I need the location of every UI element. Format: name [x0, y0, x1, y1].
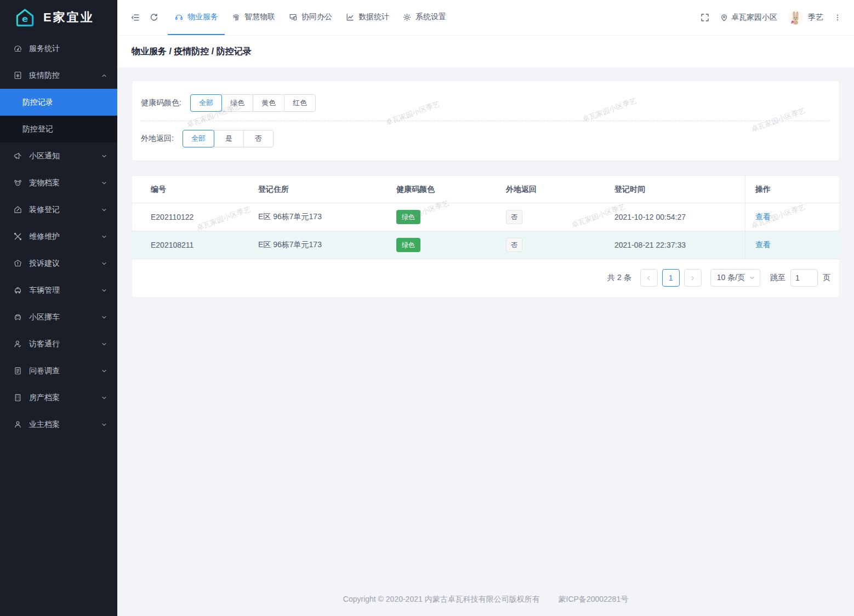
record-address: E区 96栋7单元173 — [248, 203, 386, 231]
filter-health-green-button[interactable]: 绿色 — [221, 94, 253, 112]
logo-text: E家宜业 — [43, 9, 94, 26]
megaphone-icon — [13, 151, 22, 161]
headset-icon — [174, 13, 184, 22]
view-link[interactable]: 查看 — [755, 240, 771, 250]
chevron-down-icon — [101, 421, 107, 428]
chevron-down-icon — [101, 180, 107, 186]
submenu-item-label: 防控登记 — [22, 124, 53, 134]
filter-outside-yes-button[interactable]: 是 — [214, 130, 244, 147]
page-size-select[interactable]: 10 条/页 — [710, 269, 760, 287]
filter-outside-no-button[interactable]: 否 — [243, 130, 274, 147]
filter-label: 健康码颜色: — [141, 98, 181, 108]
more-menu-icon[interactable] — [829, 13, 846, 22]
app-logo[interactable]: e E家宜业 — [0, 0, 117, 35]
sidebar-item-prevention-register[interactable]: 防控登记 — [0, 116, 117, 142]
sidebar-item-owner-archive[interactable]: 业主档案 — [0, 411, 117, 438]
community-name: 卓瓦家园小区 — [731, 13, 777, 22]
jump-suffix: 页 — [823, 273, 830, 283]
topbar-right: 卓瓦家园小区 — [696, 0, 846, 35]
sidebar-item-label: 宠物档案 — [29, 178, 101, 188]
tab-label: 数据统计 — [358, 12, 389, 22]
chevron-down-icon — [101, 207, 107, 213]
chart-icon — [345, 13, 355, 22]
fullscreen-icon[interactable] — [696, 13, 714, 22]
filters-card: 健康码颜色: 全部 绿色 黄色 红色 外地返回: 全部 是 否 — [132, 81, 840, 161]
table-header-row: 编号 登记住所 健康码颜色 外地返回 登记时间 操作 — [132, 176, 839, 203]
col-header-id: 编号 — [141, 176, 248, 203]
filter-health-red-button[interactable]: 红色 — [284, 94, 316, 112]
tab-data-stats[interactable]: 数据统计 — [339, 0, 396, 35]
sidebar-item-pet-archive[interactable]: 宠物档案 — [0, 169, 117, 196]
page-footer: Copyright © 2020-2021 内蒙古卓瓦科技有限公司版权所有 蒙I… — [132, 586, 840, 616]
next-page-button[interactable] — [684, 269, 702, 287]
sidebar-item-epidemic[interactable]: 疫情防控 — [0, 62, 117, 89]
filter-row-outside-return: 外地返回: 全部 是 否 — [141, 130, 830, 147]
chevron-up-icon — [101, 72, 107, 79]
filter-health-all-button[interactable]: 全部 — [190, 94, 222, 112]
dashboard-icon — [13, 44, 22, 53]
filter-label: 外地返回: — [141, 134, 174, 144]
sidebar-item-complaints[interactable]: 投诉建议 — [0, 250, 117, 277]
breadcrumb-bar: 物业服务 / 疫情防控 / 防控记录 — [117, 36, 854, 67]
virus-doc-icon — [13, 71, 22, 80]
sidebar-item-label: 问卷调查 — [29, 366, 101, 376]
filter-health-yellow-button[interactable]: 黄色 — [253, 94, 284, 112]
menu-fold-icon[interactable] — [126, 0, 145, 35]
sidebar-item-renovation[interactable]: 装修登记 — [0, 196, 117, 223]
survey-icon — [13, 366, 22, 375]
filter-row-health-code: 健康码颜色: 全部 绿色 黄色 红色 — [141, 94, 830, 112]
top-tabs: 物业服务 智慧物联 协同办公 — [168, 0, 453, 35]
sidebar-item-move-car[interactable]: 小区挪车 — [0, 304, 117, 330]
app-root: e E家宜业 服务统计 疫情防控 — [0, 0, 854, 616]
sidebar-item-maintenance[interactable]: 维修维护 — [0, 223, 117, 250]
pagination: 共 2 条 1 10 条/页 跳至 — [132, 259, 839, 297]
records-table-card: 编号 登记住所 健康码颜色 外地返回 登记时间 操作 E202110122 E区… — [132, 175, 840, 298]
col-header-action: 操作 — [745, 176, 839, 203]
page-number-button[interactable]: 1 — [662, 269, 680, 287]
tab-system-settings[interactable]: 系统设置 — [396, 0, 453, 35]
view-link[interactable]: 查看 — [755, 212, 771, 222]
outside-return-filter-group: 全部 是 否 — [183, 130, 274, 147]
sidebar-item-label: 车辆管理 — [29, 286, 101, 295]
location-pin-icon — [720, 13, 728, 22]
jump-page-input[interactable] — [790, 269, 818, 287]
col-header-outside: 外地返回 — [496, 176, 605, 203]
sidebar-item-label: 装修登记 — [29, 205, 101, 215]
sidebar-item-prevention-records[interactable]: 防控记录 — [0, 89, 117, 116]
sidebar-item-label: 小区挪车 — [29, 312, 101, 322]
community-selector[interactable]: 卓瓦家园小区 — [714, 13, 783, 22]
sidebar-item-label: 房产档案 — [29, 393, 101, 403]
move-car-icon — [13, 312, 22, 322]
copyright-text: Copyright © 2020-2021 内蒙古卓瓦科技有限公司版权所有 — [343, 595, 540, 603]
user-menu[interactable]: 季艺 — [783, 10, 829, 25]
filter-outside-all-button[interactable]: 全部 — [183, 130, 214, 147]
sidebar-item-property-archive[interactable]: 房产档案 — [0, 384, 117, 411]
topbar: 物业服务 智慧物联 协同办公 — [117, 0, 854, 36]
tab-collab-office[interactable]: 协同办公 — [282, 0, 339, 35]
sidebar-item-service-stats[interactable]: 服务统计 — [0, 35, 117, 62]
outside-return-badge: 否 — [506, 210, 522, 224]
chevron-down-icon — [101, 260, 107, 267]
complaint-icon — [13, 259, 22, 268]
sidebar-item-visitor-access[interactable]: 访客通行 — [0, 330, 117, 357]
prev-page-button[interactable] — [640, 269, 658, 287]
refresh-icon[interactable] — [145, 0, 163, 35]
chevron-down-icon — [101, 341, 107, 347]
sidebar-item-label: 维修维护 — [29, 232, 101, 242]
vehicle-icon — [13, 286, 22, 295]
avatar — [788, 10, 803, 25]
page-size-value: 10 条/页 — [717, 273, 745, 283]
renovation-icon — [13, 205, 22, 214]
tab-label: 系统设置 — [415, 12, 446, 22]
tab-smart-iot[interactable]: 智慧物联 — [225, 0, 282, 35]
icp-number: 蒙ICP备20002281号 — [559, 595, 629, 603]
tab-property-service[interactable]: 物业服务 — [168, 0, 225, 35]
sidebar: e E家宜业 服务统计 疫情防控 — [0, 0, 117, 616]
sidebar-item-vehicle-mgmt[interactable]: 车辆管理 — [0, 277, 117, 304]
tab-label: 智慧物联 — [244, 12, 275, 22]
sidebar-item-survey[interactable]: 问卷调查 — [0, 357, 117, 384]
sidebar-item-community-notice[interactable]: 小区通知 — [0, 142, 117, 169]
chevron-down-icon — [101, 233, 107, 240]
filter-divider — [141, 121, 830, 121]
outside-return-badge: 否 — [506, 238, 522, 252]
